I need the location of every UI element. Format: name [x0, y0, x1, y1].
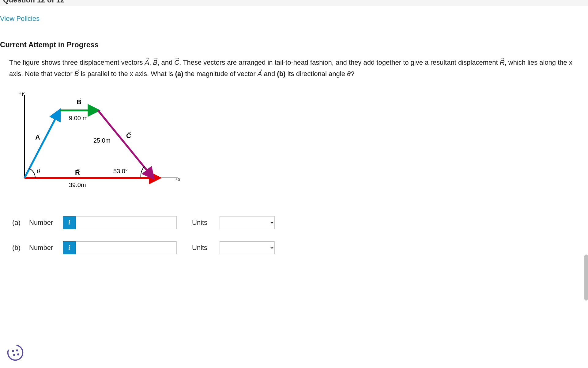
problem-statement: The figure shows three displacement vect…	[0, 57, 588, 89]
c-length: 25.0m	[93, 137, 111, 144]
answer-a-units-select[interactable]	[220, 216, 275, 229]
plus-x-label: +x	[175, 176, 181, 182]
question-header: Question 12 of 12	[0, 0, 588, 6]
scrollbar[interactable]	[584, 255, 588, 301]
answer-a-number-input[interactable]	[76, 216, 177, 229]
c-angle: 53.0°	[113, 168, 128, 174]
svg-point-9	[13, 354, 15, 356]
vec-b-label: B→	[77, 96, 82, 106]
answer-a-row: (a) Number i Units	[12, 216, 588, 229]
b-length: 9.00 m	[69, 115, 88, 121]
attempt-status: Current Attempt in Progress	[0, 31, 588, 57]
answer-b-row: (b) Number i Units	[12, 241, 588, 254]
plus-y-label: +y	[18, 90, 25, 96]
svg-point-10	[17, 353, 19, 355]
number-label-a: Number	[29, 219, 63, 227]
svg-line-3	[24, 110, 60, 178]
vec-r-label: R→	[75, 167, 80, 176]
answer-b-number-input[interactable]	[76, 241, 177, 254]
r-length: 39.0m	[69, 182, 86, 188]
theta-label: θ	[37, 168, 40, 174]
vec-a-label: A→	[35, 132, 40, 141]
question-title: Question 12 of 12	[3, 0, 64, 4]
vec-c-label: C→	[126, 130, 131, 140]
cookie-icon[interactable]	[6, 343, 24, 362]
part-a-label: (a)	[12, 219, 29, 227]
answer-inputs: (a) Number i Units (b) Number i Units	[0, 198, 588, 254]
svg-point-8	[16, 349, 18, 351]
vector-diagram: +y +x θ A→ B→ C→ R→ 9.00 m 25.0m 53.0° 3…	[12, 89, 187, 196]
answer-b-units-select[interactable]	[220, 241, 275, 254]
number-label-b: Number	[29, 244, 63, 252]
units-label-a: Units	[192, 219, 207, 227]
units-label-b: Units	[192, 244, 207, 252]
info-icon[interactable]: i	[63, 241, 76, 254]
svg-point-7	[12, 350, 14, 352]
info-icon[interactable]: i	[63, 216, 76, 229]
view-policies-link[interactable]: View Policies	[0, 6, 588, 31]
part-b-label: (b)	[12, 244, 29, 252]
